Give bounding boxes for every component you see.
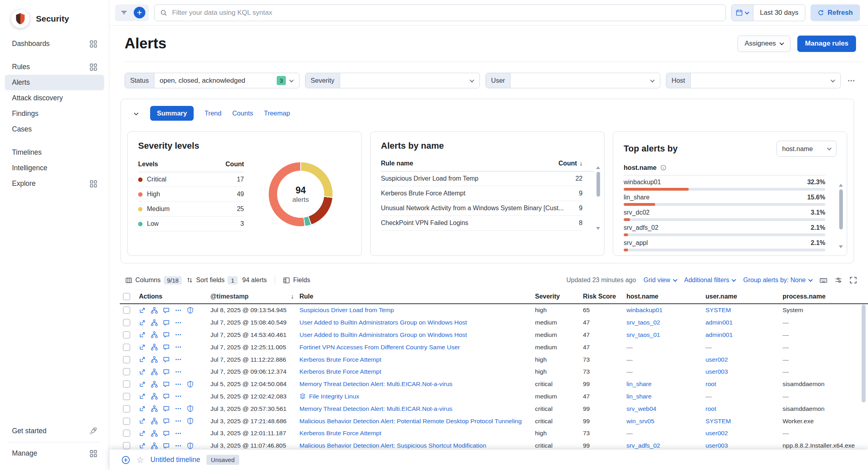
column-host-name[interactable]: host.name — [626, 293, 705, 300]
fields-button[interactable]: Fields — [283, 277, 310, 284]
rule-link[interactable]: Fortinet VPN Accesses From Different Cou… — [299, 344, 460, 351]
more-actions-icon[interactable] — [175, 344, 182, 351]
sidebar-item-alerts[interactable]: Alerts — [5, 75, 104, 90]
alert-user[interactable]: SYSTEM — [705, 418, 783, 425]
top-alert-row[interactable]: lin_share 15.6% — [624, 191, 825, 206]
more-actions-icon[interactable] — [175, 418, 182, 424]
expand-alert-icon[interactable] — [139, 356, 146, 363]
alert-user[interactable]: admin001 — [705, 331, 783, 339]
comment-icon[interactable] — [163, 331, 170, 338]
column-risk-score[interactable]: Risk Score — [583, 293, 626, 300]
expand-alert-icon[interactable] — [139, 381, 146, 388]
sidebar-item-get-started[interactable]: Get started — [5, 423, 104, 439]
more-actions-icon[interactable] — [175, 393, 182, 400]
rule-link[interactable]: Memory Threat Detection Alert: Multi.EIC… — [299, 380, 452, 388]
keyboard-shortcuts-icon[interactable] — [820, 277, 827, 284]
row-checkbox[interactable] — [123, 331, 130, 339]
columns-button[interactable]: Columns 9/18 — [125, 276, 182, 285]
top-alert-row[interactable]: srv_appl 2.1% — [624, 236, 825, 251]
column-timestamp[interactable]: @timestamp ↓ — [210, 293, 299, 300]
severity-row[interactable]: Low 3 — [138, 217, 244, 231]
comment-icon[interactable] — [163, 405, 170, 412]
assignees-button[interactable]: Assignees — [737, 36, 791, 52]
top-alert-row[interactable]: srv_adfs_02 2.1% — [624, 221, 825, 236]
row-checkbox[interactable] — [123, 344, 130, 351]
expand-alert-icon[interactable] — [139, 405, 146, 412]
alert-user[interactable]: user002 — [705, 356, 783, 363]
alerts-by-name-row[interactable]: Kerberos Brute Force Attempt 9 — [381, 186, 583, 201]
analyzer-icon[interactable] — [151, 381, 158, 388]
analyzer-icon[interactable] — [151, 418, 158, 424]
sidebar-item-timelines[interactable]: Timelines — [5, 145, 104, 160]
alert-user[interactable]: root — [705, 380, 783, 388]
alert-host[interactable]: srv_taos_02 — [626, 319, 705, 326]
scroll-down-icon[interactable] — [596, 227, 600, 230]
manage-rules-button[interactable]: Manage rules — [797, 36, 856, 52]
comment-icon[interactable] — [163, 430, 170, 437]
alert-user[interactable]: user003 — [705, 368, 783, 375]
expand-alert-icon[interactable] — [139, 418, 146, 424]
more-actions-icon[interactable] — [175, 442, 182, 449]
kql-search-input[interactable] — [171, 8, 720, 17]
comment-icon[interactable] — [163, 381, 170, 388]
row-checkbox[interactable] — [123, 442, 130, 449]
tab-summary[interactable]: Summary — [150, 106, 194, 121]
additional-filters-dropdown[interactable]: Additional filters — [684, 277, 736, 284]
analyzer-icon[interactable] — [151, 331, 158, 338]
filter-user[interactable]: User — [486, 73, 660, 88]
kql-search-bar[interactable] — [154, 4, 726, 21]
date-range-value[interactable]: Last 30 days — [753, 9, 805, 17]
rule-link[interactable]: Malicious Behavior Detection Alert: Pote… — [299, 418, 522, 425]
count-sort-header[interactable]: Count ↓ — [559, 160, 583, 167]
row-checkbox[interactable] — [123, 393, 130, 400]
sidebar-item-manage[interactable]: Manage — [5, 446, 104, 461]
filter-status[interactable]: Status open, closed, acknowledged 3 — [125, 73, 299, 88]
comment-icon[interactable] — [163, 418, 170, 424]
alert-user[interactable]: root — [705, 405, 783, 412]
tab-trend[interactable]: Trend — [204, 110, 222, 117]
refresh-button[interactable]: Refresh — [811, 4, 860, 21]
expand-alert-icon[interactable] — [139, 307, 146, 314]
top-alert-row[interactable]: srv_dc02 3.1% — [624, 206, 825, 221]
grid-view-dropdown[interactable]: Grid view — [644, 277, 677, 284]
analyzer-icon[interactable] — [151, 430, 158, 437]
more-actions-icon[interactable] — [175, 381, 182, 388]
comment-icon[interactable] — [163, 319, 170, 326]
alert-user[interactable]: user002 — [705, 430, 783, 437]
alert-host[interactable]: lin_share — [626, 380, 705, 388]
severity-row[interactable]: Critical 17 — [138, 172, 244, 187]
sidebar-item-explore[interactable]: Explore — [5, 176, 104, 191]
row-checkbox[interactable] — [123, 430, 130, 437]
sidebar-item-attack-discovery[interactable]: Attack discovery — [5, 90, 104, 106]
group-alerts-dropdown[interactable]: Group alerts by: None — [743, 277, 812, 284]
scroll-up-icon[interactable] — [596, 166, 600, 169]
rule-link[interactable]: User Added to Builtin Administrators Gro… — [299, 319, 467, 326]
more-actions-icon[interactable] — [175, 331, 182, 338]
more-actions-icon[interactable] — [175, 319, 182, 326]
scroll-down-icon[interactable] — [839, 245, 843, 248]
rule-link[interactable]: Kerberos Brute Force Attempt — [299, 356, 381, 363]
alerts-by-name-row[interactable]: Unusual Network Activity from a Windows … — [381, 201, 583, 216]
top-alert-row[interactable]: wuerth-phoenix 2.1% — [624, 251, 825, 256]
scrollbar-thumb[interactable] — [839, 189, 843, 229]
expand-alert-icon[interactable] — [139, 393, 146, 400]
top-alert-row[interactable]: winbackup01 32.3% — [624, 175, 825, 191]
expand-alert-icon[interactable] — [139, 368, 146, 375]
analyzer-icon[interactable] — [151, 442, 158, 449]
favorite-star-icon[interactable]: ☆ — [137, 456, 144, 464]
alert-host[interactable]: srv_taos_01 — [626, 331, 705, 339]
alert-host[interactable]: srv_web04 — [626, 405, 705, 412]
expand-alert-icon[interactable] — [139, 442, 146, 449]
fullscreen-icon[interactable] — [850, 277, 857, 284]
comment-icon[interactable] — [163, 368, 170, 375]
analyzer-icon[interactable] — [151, 344, 158, 351]
alert-host[interactable]: winbackup01 — [626, 307, 705, 314]
rule-link[interactable]: User Added to Builtin Administrators Gro… — [299, 331, 467, 339]
row-checkbox[interactable] — [123, 356, 130, 363]
expand-alert-icon[interactable] — [139, 344, 146, 351]
scrollbar-thumb[interactable] — [597, 172, 600, 197]
analyzer-icon[interactable] — [151, 307, 158, 314]
sidebar-item-intelligence[interactable]: Intelligence — [5, 160, 104, 176]
sidebar-item-rules[interactable]: Rules — [5, 59, 104, 75]
alerts-by-name-row[interactable]: CheckPoint VPN Failed Logins 8 — [381, 216, 583, 231]
